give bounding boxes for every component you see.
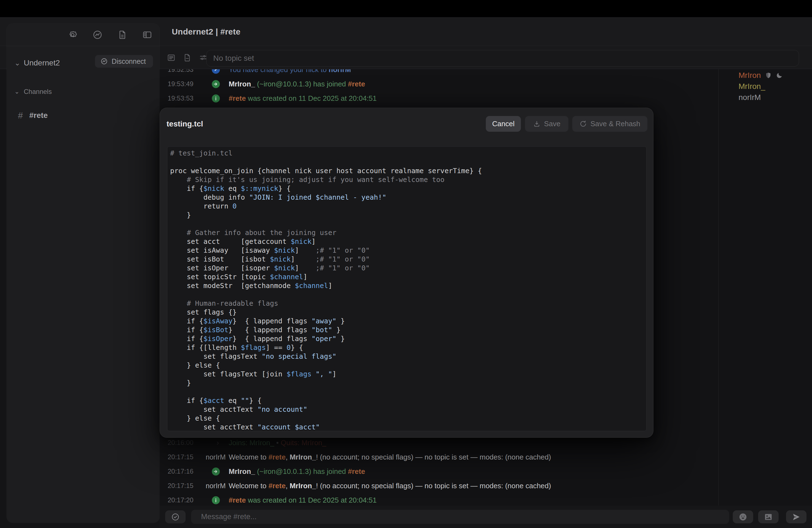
- channels-section-header[interactable]: ⌄ Channels: [6, 84, 160, 99]
- emoji-button[interactable]: [733, 510, 753, 523]
- code-line: # Human-readable flags: [170, 299, 646, 308]
- code-line: set isOper [isoper $nick] ;# "1" or "0": [170, 264, 646, 273]
- code-line: if {$acct eq ""} {: [170, 396, 646, 405]
- join-arrow-icon: [212, 80, 220, 88]
- file-icon[interactable]: [183, 53, 192, 63]
- code-line: set flagsText "no special flags": [170, 352, 646, 361]
- message-text: Welcome to #rete, MrIron_! (no account; …: [229, 453, 551, 461]
- sender-nick: norIrM: [206, 453, 226, 461]
- code-line: set flags {}: [170, 308, 646, 317]
- document-icon[interactable]: [117, 30, 128, 40]
- chevron-down-icon: ⌄: [14, 59, 24, 68]
- code-line: }: [170, 379, 646, 387]
- message-input[interactable]: [191, 510, 729, 524]
- message-gutter: [195, 94, 227, 102]
- chevron-down-icon: ⌄: [14, 88, 24, 95]
- topic-toolbar: [167, 50, 208, 66]
- panel-toggle-icon[interactable]: [142, 30, 153, 40]
- message-text: #rete was created on 11 Dec 2025 at 20:0…: [229, 496, 377, 504]
- timestamp: 20:16:00: [160, 439, 195, 446]
- timestamp: 20:17:15: [160, 482, 195, 489]
- chat-message: 20:17:20#rete was created on 11 Dec 2025…: [160, 493, 718, 505]
- message-gutter: norIrM: [195, 453, 227, 461]
- sender-nick: norIrM: [206, 482, 226, 490]
- code-line: }: [170, 211, 646, 220]
- code-line: # test_join.tcl: [170, 149, 646, 158]
- gear-icon[interactable]: [68, 30, 78, 40]
- collapse-chevron-icon[interactable]: ›: [217, 439, 219, 447]
- code-line: set acct [getaccount $nick]: [170, 237, 646, 246]
- info-icon: [212, 94, 220, 102]
- code-line: if {$isBot} { lappend flags "bot" }: [170, 326, 646, 334]
- code-line: set isBot [isbot $nick] ;# "1" or "0": [170, 255, 646, 264]
- code-editor[interactable]: # test_join.tcl proc welcome_on_join {ch…: [167, 146, 647, 431]
- hash-icon: #: [15, 111, 26, 121]
- chat-message: 19:53:49MrIron_ (~iron@10.0.1.3) has joi…: [160, 77, 718, 91]
- code-line: [170, 387, 646, 396]
- message-text: Joins: MrIron_ • Quits: MrIron_: [229, 439, 326, 447]
- chat-message: 20:17:16MrIron_ (~iron@10.0.1.3) has joi…: [160, 464, 718, 479]
- sidebar-item-channel-rete[interactable]: # #rete: [6, 107, 160, 124]
- activity-icon[interactable]: [92, 30, 103, 40]
- sidebar: ⌄ Undernet2 Disconnect ⌄ Channels # #ret…: [6, 24, 160, 523]
- code-line: [170, 290, 646, 299]
- code-line: debug info "JOIN: I joined $channel - ye…: [170, 193, 646, 202]
- user-item[interactable]: MrIron_: [719, 81, 812, 92]
- save-label: Save: [544, 120, 561, 128]
- code-line: # Gather info about the joining user: [170, 229, 646, 237]
- timestamp: 20:17:20: [160, 496, 195, 504]
- spellcheck-button[interactable]: [165, 510, 186, 523]
- chat-message: 20:17:15norIrMWelcome to #rete, MrIron_!…: [160, 479, 718, 493]
- channel-name: #rete: [29, 111, 48, 120]
- server-row[interactable]: ⌄ Undernet2 Disconnect: [6, 52, 160, 75]
- code-line: set isAway [isaway $nick] ;# "1" or "0": [170, 246, 646, 255]
- user-list-panel: MrIronMrIron_norIrM: [719, 69, 812, 505]
- chat-message: 19:52:53You have changed your nick to no…: [160, 69, 718, 77]
- timestamp: 19:52:53: [160, 69, 195, 73]
- code-line: if {$isOper} { lappend flags "oper" }: [170, 334, 646, 343]
- sidebar-toolbar: [6, 24, 160, 46]
- chat-message: 20:17:15norIrMWelcome to #rete, MrIron_!…: [160, 450, 718, 464]
- timestamp: 20:17:16: [160, 468, 195, 475]
- user-item[interactable]: MrIron: [719, 70, 812, 81]
- message-gutter: [195, 80, 227, 88]
- user-nick: MrIron: [739, 71, 761, 80]
- disconnect-label: Disconnect: [112, 57, 146, 65]
- disconnect-button[interactable]: Disconnect: [95, 55, 153, 68]
- topic-input[interactable]: [206, 50, 799, 67]
- save-button[interactable]: Save: [525, 116, 568, 132]
- code-line: # Skip if it's us joining; adjust if you…: [170, 175, 646, 184]
- log-list-icon[interactable]: [167, 53, 176, 63]
- chat-message: 19:53:53#rete was created on 11 Dec 2025…: [160, 91, 718, 105]
- send-button[interactable]: [786, 510, 807, 523]
- code-line: set acctText "no account": [170, 405, 646, 414]
- server-name: Undernet2: [24, 59, 60, 68]
- image-button[interactable]: [758, 510, 779, 523]
- code-line: set topicStr [topic $channel]: [170, 273, 646, 281]
- user-item[interactable]: norIrM: [719, 92, 812, 103]
- script-editor-modal: testing.tcl Cancel Save Save & Rehash # …: [160, 108, 653, 438]
- cancel-label: Cancel: [492, 120, 514, 128]
- user-nick: MrIron_: [739, 82, 765, 91]
- message-gutter: [195, 496, 227, 504]
- message-gutter: [195, 69, 227, 74]
- modal-title: testing.tcl: [166, 116, 203, 132]
- code-line: if {$nick eq $::mynick} {: [170, 184, 646, 193]
- channels-label: Channels: [24, 88, 52, 96]
- cancel-button[interactable]: Cancel: [486, 116, 521, 132]
- code-line: proc welcome_on_join {channel nick user …: [170, 166, 646, 175]
- message-text: Welcome to #rete, MrIron_! (no account; …: [229, 482, 551, 490]
- nick-change-icon: [212, 69, 220, 74]
- message-text: MrIron_ (~iron@10.0.1.3) has joined #ret…: [229, 467, 365, 476]
- composer-bar: [160, 505, 812, 528]
- code-line: [170, 158, 646, 166]
- page-title: Undernet2 | #rete: [172, 17, 241, 46]
- message-text: You have changed your nick to norIrM: [229, 69, 351, 74]
- save-rehash-button[interactable]: Save & Rehash: [572, 116, 648, 132]
- timestamp: 19:53:49: [160, 80, 195, 88]
- code-line: set modeStr [getchanmode $channel]: [170, 281, 646, 290]
- message-text: MrIron_ (~iron@10.0.1.3) has joined #ret…: [229, 80, 365, 88]
- message-gutter: [195, 468, 227, 475]
- join-arrow-icon: [212, 468, 220, 475]
- code-line: set flagsText [join $flags ", "]: [170, 370, 646, 379]
